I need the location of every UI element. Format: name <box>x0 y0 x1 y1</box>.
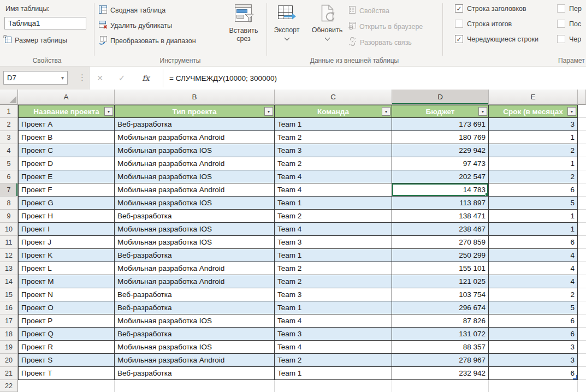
enter-icon[interactable]: ✓ <box>113 67 131 90</box>
cell-project-name[interactable]: Проект D <box>18 157 115 170</box>
refresh-button[interactable]: Обновить <box>305 2 349 54</box>
cell-project-name[interactable]: Проект S <box>18 354 115 367</box>
cell-project-type[interactable]: Мобильная разработка IOS <box>115 314 275 328</box>
header-cell-project-type[interactable]: Тип проекта ▼ <box>115 105 275 118</box>
cell-project-name[interactable]: Проект T <box>18 367 115 380</box>
cell-project-type[interactable]: Мобильная разработка IOS <box>115 236 275 249</box>
cell-team[interactable]: Team 4 <box>275 314 392 328</box>
header-cell-budget[interactable]: Бюджет ▼ <box>392 105 489 118</box>
cell-project-type[interactable]: Мобильная разработка IOS <box>115 144 275 157</box>
cell-budget[interactable]: 14 783 <box>392 183 489 197</box>
name-box[interactable]: D7 ▾ <box>3 71 68 85</box>
cell-budget[interactable]: 88 357 <box>392 341 489 354</box>
cell-project-name[interactable]: Проект C <box>18 144 115 157</box>
cell-project-type[interactable]: Мобильная разработка Android <box>115 275 275 288</box>
style-checkbox[interactable]: Пос <box>557 20 582 28</box>
filter-button[interactable]: ▼ <box>104 107 113 116</box>
empty-cell[interactable] <box>578 341 586 354</box>
empty-cell[interactable] <box>578 210 586 223</box>
empty-cell[interactable] <box>578 288 586 301</box>
cell-team[interactable]: Team 1 <box>275 197 392 210</box>
checkbox-icon[interactable] <box>557 4 565 13</box>
cell-project-type[interactable]: Веб-разработка <box>115 328 275 341</box>
checkbox-icon[interactable] <box>557 20 565 28</box>
cell-months[interactable]: 1 <box>489 210 578 223</box>
cell-months[interactable]: 2 <box>489 288 578 301</box>
cell-budget[interactable]: 138 471 <box>392 210 489 223</box>
cell-months[interactable]: 5 <box>489 301 578 314</box>
convert-to-range-button[interactable]: Преобразовать в диапазон <box>98 35 196 46</box>
cell-project-type[interactable]: Мобильная разработка Android <box>115 157 275 170</box>
empty-cell[interactable] <box>115 380 275 392</box>
formula-input[interactable]: = СЛУЧМЕЖДУ(10000; 300000) <box>169 67 277 90</box>
cell-team[interactable]: Team 2 <box>275 354 392 367</box>
cell-budget[interactable]: 250 299 <box>392 249 489 262</box>
cell-months[interactable]: 6 <box>489 367 578 380</box>
empty-cell[interactable] <box>578 183 586 197</box>
row-number[interactable]: 15 <box>0 288 18 301</box>
cell-team[interactable]: Team 1 <box>275 249 392 262</box>
cell-team[interactable]: Team 4 <box>275 170 392 183</box>
cell-budget[interactable]: 87 826 <box>392 314 489 328</box>
cell-months[interactable]: 2 <box>489 170 578 183</box>
checkbox-icon[interactable] <box>557 35 565 43</box>
cell-months[interactable]: 1 <box>489 223 578 236</box>
cell-project-name[interactable]: Проект J <box>18 236 115 249</box>
empty-cell[interactable] <box>578 314 586 328</box>
empty-cell[interactable] <box>578 262 586 275</box>
cell-months[interactable]: 6 <box>489 236 578 249</box>
cell-team[interactable]: Team 2 <box>275 157 392 170</box>
cell-team[interactable]: Team 2 <box>275 210 392 223</box>
empty-cell[interactable] <box>578 118 586 131</box>
cell-budget[interactable]: 296 674 <box>392 301 489 314</box>
checkbox-icon[interactable]: ✓ <box>455 35 463 43</box>
row-number[interactable]: 18 <box>0 328 18 341</box>
cell-team[interactable]: Team 1 <box>275 301 392 314</box>
cell-project-name[interactable]: Проект L <box>18 262 115 275</box>
cell-project-type[interactable]: Веб-разработка <box>115 301 275 314</box>
column-header-b[interactable]: B <box>115 90 275 105</box>
cell-project-name[interactable]: Проект F <box>18 183 115 197</box>
name-box-dropdown-icon[interactable]: ▾ <box>61 75 64 81</box>
empty-cell[interactable] <box>578 367 586 380</box>
header-cell-project-name[interactable]: Название проекта ▼ <box>18 105 115 118</box>
column-header-d[interactable]: D <box>392 90 489 105</box>
row-number[interactable]: 10 <box>0 223 18 236</box>
cell-months[interactable]: 3 <box>489 118 578 131</box>
empty-cell[interactable] <box>489 380 578 392</box>
cell-budget[interactable]: 113 897 <box>392 197 489 210</box>
cell-budget[interactable]: 131 072 <box>392 328 489 341</box>
cell-project-type[interactable]: Мобильная разработка IOS <box>115 170 275 183</box>
unlink-button[interactable]: Разорвать связь <box>348 37 412 47</box>
cell-project-type[interactable]: Мобильная разработка IOS <box>115 341 275 354</box>
row-number[interactable]: 17 <box>0 314 18 328</box>
cell-budget[interactable]: 173 691 <box>392 118 489 131</box>
column-header-a[interactable]: A <box>18 90 115 105</box>
cell-team[interactable]: Team 2 <box>275 275 392 288</box>
export-button[interactable]: Экспорт <box>268 2 305 54</box>
empty-cell[interactable] <box>392 380 489 392</box>
checkbox-icon[interactable]: ✓ <box>455 4 463 13</box>
cell-budget[interactable]: 103 754 <box>392 288 489 301</box>
cell-team[interactable]: Team 3 <box>275 288 392 301</box>
row-number[interactable]: 5 <box>0 157 18 170</box>
row-number[interactable]: 3 <box>0 131 18 144</box>
cell-project-name[interactable]: Проект G <box>18 197 115 210</box>
cell-team[interactable]: Team 1 <box>275 118 392 131</box>
cell-budget[interactable]: 202 547 <box>392 170 489 183</box>
cell-project-name[interactable]: Проект Q <box>18 328 115 341</box>
row-number[interactable]: 8 <box>0 197 18 210</box>
cell-project-type[interactable]: Мобильная разработка Android <box>115 183 275 197</box>
row-number[interactable]: 11 <box>0 236 18 249</box>
cell-budget[interactable]: 155 101 <box>392 262 489 275</box>
cell-project-name[interactable]: Проект M <box>18 275 115 288</box>
empty-cell[interactable] <box>578 249 586 262</box>
style-checkbox[interactable]: Строка итогов <box>455 20 538 28</box>
cell-project-type[interactable]: Веб-разработка <box>115 288 275 301</box>
cell-months[interactable]: 3 <box>489 354 578 367</box>
cell-project-name[interactable]: Проект P <box>18 314 115 328</box>
empty-cell[interactable] <box>578 131 586 144</box>
cell-budget[interactable]: 97 473 <box>392 157 489 170</box>
row-number[interactable]: 2 <box>0 118 18 131</box>
cell-team[interactable]: Team 3 <box>275 144 392 157</box>
